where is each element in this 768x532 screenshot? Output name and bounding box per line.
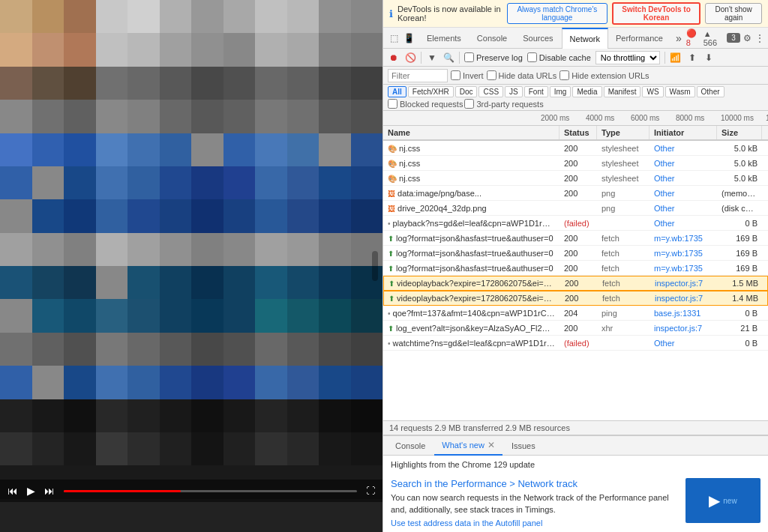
chip-wasm[interactable]: Wasm	[665, 86, 695, 97]
console-tab-console[interactable]: Console	[388, 436, 433, 456]
console-area: Console What's new ✕ Issues Highlights f…	[383, 435, 768, 532]
settings-icon[interactable]: ⚙	[742, 32, 753, 44]
td-initiator-3[interactable]: Other	[650, 187, 717, 199]
record-icon[interactable]: ⏺	[388, 52, 400, 64]
third-party-checkbox[interactable]	[464, 99, 474, 109]
table-row[interactable]: ⬆ videoplayback?expire=1728062075&ei=5_J…	[383, 291, 768, 306]
invert-checkbox[interactable]	[451, 70, 460, 80]
type-filter-bar: All Fetch/XHR Doc CSS JS Font Img Media …	[383, 85, 768, 111]
table-row[interactable]: ⬆ videoplayback?expire=1728062075&ei=5_J…	[383, 276, 768, 291]
chip-other[interactable]: Other	[697, 86, 724, 97]
th-type[interactable]: Type	[597, 126, 650, 139]
th-status[interactable]: Status	[560, 126, 597, 139]
tab-performance[interactable]: Performance	[608, 28, 671, 49]
disable-cache-checkbox[interactable]	[527, 52, 537, 62]
chip-doc[interactable]: Doc	[455, 86, 478, 97]
tabs-more-btn[interactable]: »	[671, 32, 686, 44]
filter-icon[interactable]: ▼	[426, 52, 438, 64]
table-row[interactable]: ⬆ log_event?alt=json&key=AlzaSyAO_Fl2Slq…	[383, 321, 768, 336]
td-status-9: 200	[560, 277, 598, 289]
td-initiator-6[interactable]: m=y.wb:1735	[650, 232, 717, 244]
dont-show-again-btn[interactable]: Don't show again	[705, 3, 762, 24]
clear-icon[interactable]: 🚫	[404, 52, 416, 64]
preserve-log-checkbox[interactable]	[464, 52, 474, 62]
hide-data-urls-label[interactable]: Hide data URLs	[487, 70, 557, 80]
throttle-select[interactable]: No throttling	[596, 51, 660, 64]
console-tab-issues[interactable]: Issues	[504, 436, 543, 456]
disable-cache-label[interactable]: Disable cache	[527, 52, 591, 62]
td-initiator-5[interactable]: Other	[650, 217, 717, 229]
table-row[interactable]: • playback?ns=gd&el=leaf&cpn=aWP1D1rCeth…	[383, 216, 768, 231]
hide-ext-urls-checkbox[interactable]	[560, 70, 569, 80]
whats-new-title[interactable]: Search in the Performance > Network trac…	[391, 478, 678, 489]
always-match-btn[interactable]: Always match Chrome's language	[507, 3, 608, 24]
table-row[interactable]: 🎨 nj.css 200 stylesheet Other 5.0 kB	[383, 156, 768, 171]
td-size-13: 0 B	[717, 337, 762, 349]
hide-data-urls-checkbox[interactable]	[487, 70, 496, 80]
table-row[interactable]: 🖼 data:image/png/base... 200 png Other (…	[383, 186, 768, 201]
table-row[interactable]: 🎨 nj.css 200 stylesheet Other 5.0 kB	[383, 141, 768, 156]
tab-network[interactable]: Network	[562, 28, 608, 49]
switch-korean-btn[interactable]: Switch DevTools to Korean	[612, 2, 701, 25]
table-row[interactable]: • qoe?fmt=137&afmt=140&cpn=aWP1D1rCethsg…	[383, 306, 768, 321]
tab-console[interactable]: Console	[470, 28, 515, 49]
whats-new-video-thumb[interactable]: ▶ new	[686, 478, 760, 523]
console-tab-whats-new[interactable]: What's new ✕	[434, 436, 502, 456]
td-initiator-12[interactable]: inspector.js:7	[650, 322, 717, 334]
table-row[interactable]: ⬆ log?format=json&hasfast=true&authuser=…	[383, 261, 768, 276]
resize-handle[interactable]	[372, 251, 378, 281]
td-type-6: fetch	[597, 232, 650, 244]
tick-2000: 2000 ms	[539, 114, 584, 122]
more-tools-icon[interactable]: ⋮	[754, 32, 766, 44]
hide-ext-urls-label[interactable]: Hide extension URLs	[560, 70, 649, 80]
table-row[interactable]: • watchtime?ns=gd&el=leaf&cpn=aWP1D1rCet…	[383, 336, 768, 351]
preserve-log-label[interactable]: Preserve log	[464, 52, 523, 62]
inspect-icon[interactable]: ⬚	[388, 32, 400, 44]
chip-font[interactable]: Font	[524, 86, 548, 97]
close-whats-new-btn[interactable]: ✕	[488, 440, 495, 450]
td-status-6: 200	[560, 232, 597, 244]
filter-input[interactable]	[388, 69, 448, 82]
chip-ws[interactable]: WS	[642, 86, 663, 97]
whats-new-link[interactable]: Use test address data in the Autofill pa…	[391, 519, 678, 528]
td-initiator-7[interactable]: m=y.wb:1735	[650, 247, 717, 259]
td-initiator-4[interactable]: Other	[650, 202, 717, 214]
td-initiator-2[interactable]: Other	[650, 172, 717, 184]
network-table[interactable]: Name Status Type Initiator Size 🎨 nj.css…	[383, 126, 768, 420]
chip-js[interactable]: JS	[505, 86, 523, 97]
td-initiator-11[interactable]: base.js:1331	[650, 307, 717, 319]
upload-icon[interactable]: ⬆	[686, 52, 698, 64]
td-initiator-9[interactable]: inspector.js:7	[650, 277, 718, 289]
table-row[interactable]: ⬆ log?format=json&hasfast=true&authuser=…	[383, 231, 768, 246]
td-initiator-0[interactable]: Other	[650, 142, 717, 154]
th-initiator[interactable]: Initiator	[650, 126, 717, 139]
table-row[interactable]: 🎨 nj.css 200 stylesheet Other 5.0 kB	[383, 171, 768, 186]
th-size[interactable]: Size	[717, 126, 762, 139]
td-initiator-13[interactable]: Other	[650, 337, 717, 349]
wifi-icon: 📶	[670, 52, 682, 64]
device-icon[interactable]: 📱	[403, 32, 415, 44]
blocked-req-label[interactable]: Blocked requests	[388, 99, 463, 109]
td-size-0: 5.0 kB	[717, 142, 762, 154]
download-icon[interactable]: ⬇	[703, 52, 715, 64]
third-party-label[interactable]: 3rd-party requests	[464, 99, 543, 109]
chip-fetch[interactable]: Fetch/XHR	[408, 86, 454, 97]
chip-all[interactable]: All	[388, 86, 406, 97]
chip-manifest[interactable]: Manifest	[604, 86, 641, 97]
td-initiator-8[interactable]: m=y.wb:1735	[650, 262, 717, 274]
td-size-7: 169 B	[717, 247, 762, 259]
invert-label[interactable]: Invert	[451, 70, 484, 80]
table-row[interactable]: 🖼 drive_2020q4_32dp.png png Other (disk …	[383, 201, 768, 216]
tab-sources[interactable]: Sources	[515, 28, 561, 49]
search-icon[interactable]: 🔍	[442, 52, 454, 64]
tab-elements[interactable]: Elements	[419, 28, 470, 49]
td-initiator-10[interactable]: inspector.js:7	[650, 292, 718, 304]
th-name[interactable]: Name	[383, 126, 560, 139]
chip-css[interactable]: CSS	[478, 86, 503, 97]
blocked-req-checkbox[interactable]	[388, 99, 398, 109]
chip-media[interactable]: Media	[572, 86, 602, 97]
td-status-12: 200	[560, 322, 597, 334]
chip-img[interactable]: Img	[550, 86, 572, 97]
td-initiator-1[interactable]: Other	[650, 157, 717, 169]
table-row[interactable]: ⬆ log?format=json&hasfast=true&authuser=…	[383, 246, 768, 261]
